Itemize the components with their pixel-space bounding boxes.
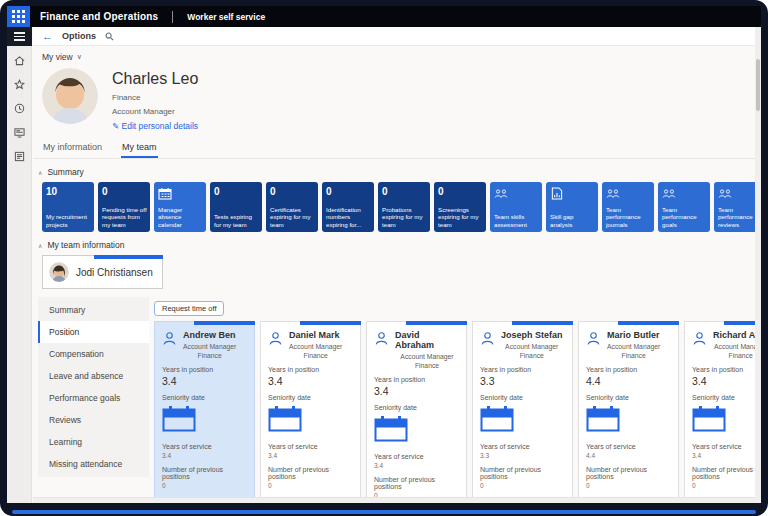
calendar-icon	[162, 405, 247, 436]
card-member-department: Finance	[501, 352, 563, 359]
years-of-service-value: 3.4	[162, 452, 247, 459]
summary-section-header[interactable]: ∧ Summary	[38, 167, 761, 177]
card-member-name: Richard Alen	[713, 330, 761, 340]
years-of-service-value: 3.3	[480, 452, 565, 459]
action-pane: ← Options	[33, 27, 761, 46]
view-selector-label: My view	[42, 52, 73, 62]
sidebar-item-position[interactable]: Position	[38, 321, 149, 343]
modules-list-icon[interactable]	[14, 151, 25, 162]
profile-department: Finance	[112, 93, 198, 102]
seniority-date-label: Seniority date	[162, 394, 247, 401]
position-cards-area: Request time off Andrew Ben Account Mana…	[154, 297, 761, 503]
recent-clock-icon[interactable]	[14, 103, 25, 114]
sidebar-item-learning[interactable]: Learning	[38, 431, 149, 453]
previous-positions-label: Number of previous positions	[374, 476, 459, 490]
team-icon	[494, 186, 508, 203]
card-member-role: Account Manager	[713, 343, 761, 350]
horizontal-scrollbar[interactable]	[33, 497, 755, 503]
calendar-icon	[268, 405, 353, 436]
summary-tile-11[interactable]: Team performance goals	[658, 182, 710, 232]
home-icon[interactable]	[14, 55, 25, 66]
menu-icon[interactable]	[7, 27, 32, 46]
years-in-position-value: 3.4	[162, 375, 247, 387]
request-time-off-button[interactable]: Request time off	[154, 301, 224, 316]
team-member-position-card-0[interactable]: Andrew Ben Account Manager Finance Years…	[154, 321, 255, 503]
app-launcher-icon[interactable]	[7, 6, 30, 27]
tile-count: 10	[46, 186, 90, 197]
summary-tile-0[interactable]: 10 My recruitment projects	[42, 182, 94, 232]
previous-positions-label: Number of previous positions	[480, 466, 565, 480]
navigation-rail	[7, 27, 32, 503]
sidebar-item-leave-and-absence[interactable]: Leave and absence	[38, 365, 149, 387]
years-of-service-value: 4.4	[586, 452, 671, 459]
summary-tile-3[interactable]: 0 Tests expiring for my team	[210, 182, 262, 232]
years-of-service-value: 3.4	[692, 452, 761, 459]
summary-section-title: Summary	[47, 167, 83, 177]
summary-tile-4[interactable]: 0 Certificates expiring for my team	[266, 182, 318, 232]
team-member-position-card-4[interactable]: Mario Butler Account Manager Finance Yea…	[578, 321, 679, 503]
edit-personal-details-link[interactable]: ✎ Edit personal details	[112, 121, 198, 131]
person-icon	[692, 331, 707, 346]
calendar-icon	[480, 405, 565, 436]
card-member-name: Andrew Ben	[183, 330, 236, 340]
sidebar-item-reviews[interactable]: Reviews	[38, 409, 149, 431]
previous-positions-value: 0	[480, 482, 565, 489]
previous-positions-value: 0	[162, 482, 247, 489]
summary-tile-5[interactable]: 0 Identification numbers expiring for...	[322, 182, 374, 232]
card-member-role: Account Manager	[607, 343, 660, 350]
top-navigation-bar: Finance and Operations Worker self servi…	[7, 6, 761, 27]
collapse-caret-icon: ∧	[38, 169, 42, 176]
app-title[interactable]: Finance and Operations	[40, 11, 158, 22]
team-member-position-card-2[interactable]: David Abraham Account Manager Finance Ye…	[366, 321, 467, 503]
topbar-divider	[172, 11, 173, 23]
sidebar-item-compensation[interactable]: Compensation	[38, 343, 149, 365]
years-of-service-value: 3.4	[374, 462, 459, 469]
app-subtitle[interactable]: Worker self service	[187, 12, 265, 22]
card-member-department: Finance	[713, 352, 761, 359]
team-member-selector-card[interactable]: Jodi Christiansen	[42, 255, 163, 289]
years-in-position-label: Years in position	[480, 366, 565, 373]
years-in-position-value: 3.4	[374, 385, 459, 397]
tile-count: 0	[102, 186, 146, 197]
profile-tabs: My informationMy team	[33, 140, 761, 159]
summary-tile-2[interactable]: Manager absence calendar	[154, 182, 206, 232]
workspaces-monitor-icon[interactable]	[14, 127, 25, 138]
years-of-service-label: Years of service	[586, 443, 671, 450]
years-of-service-label: Years of service	[268, 443, 353, 450]
back-arrow-icon[interactable]: ←	[42, 31, 53, 42]
sidebar-item-missing-attendance[interactable]: Missing attendance	[38, 453, 149, 475]
scrollbar-thumb[interactable]	[756, 59, 760, 111]
chevron-down-icon: ∨	[77, 53, 82, 61]
team-icon	[606, 186, 620, 203]
team-section-title: My team information	[47, 240, 124, 250]
sidebar-item-performance-goals[interactable]: Performance goals	[38, 387, 149, 409]
summary-tile-9[interactable]: Skill gap analysis	[546, 182, 598, 232]
tile-label: Team performance journals	[606, 206, 652, 228]
years-of-service-label: Years of service	[692, 443, 761, 450]
search-icon[interactable]	[105, 27, 114, 45]
person-icon	[162, 331, 177, 346]
summary-tile-6[interactable]: 0 Probations expiring for my team	[378, 182, 430, 232]
card-accent-strip	[94, 255, 163, 259]
summary-tile-8[interactable]: Team skills assessment	[490, 182, 542, 232]
vertical-scrollbar[interactable]	[755, 27, 761, 503]
team-section-header[interactable]: ∧ My team information	[38, 240, 761, 250]
summary-tile-1[interactable]: 0 Pending time off requests from my team	[98, 182, 150, 232]
view-selector[interactable]: My view ∨	[42, 52, 82, 62]
summary-tile-7[interactable]: 0 Screenings expiring for my team	[434, 182, 486, 232]
team-member-position-card-1[interactable]: Daniel Mark Account Manager Finance Year…	[260, 321, 361, 503]
tab-my-information[interactable]: My information	[42, 140, 103, 158]
tile-count: 0	[382, 186, 426, 197]
team-member-position-card-3[interactable]: Joseph Stefan Account Manager Finance Ye…	[472, 321, 573, 503]
favorites-star-icon[interactable]	[14, 79, 25, 90]
summary-tile-12[interactable]: Team performance reviews	[714, 182, 761, 232]
team-member-position-card-5[interactable]: Richard Alen Account Manager Finance Yea…	[684, 321, 761, 503]
seniority-date-label: Seniority date	[268, 394, 353, 401]
options-tab[interactable]: Options	[62, 31, 96, 41]
previous-positions-value: 0	[692, 482, 761, 489]
summary-tile-10[interactable]: Team performance journals	[602, 182, 654, 232]
avatar	[49, 262, 69, 282]
sidebar-item-summary[interactable]: Summary	[38, 299, 149, 321]
tab-my-team[interactable]: My team	[121, 140, 158, 158]
card-accent-strip	[618, 321, 679, 325]
